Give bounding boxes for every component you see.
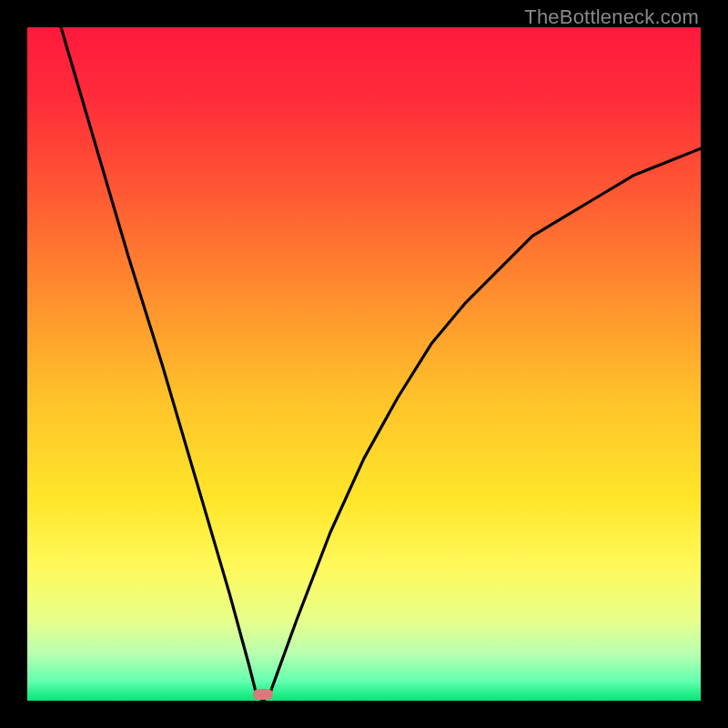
optimal-point-marker [253,689,273,700]
bottleneck-curve [27,27,701,701]
chart-frame: TheBottleneck.com [0,0,728,728]
plot-area [27,27,701,701]
watermark-text: TheBottleneck.com [524,5,699,29]
